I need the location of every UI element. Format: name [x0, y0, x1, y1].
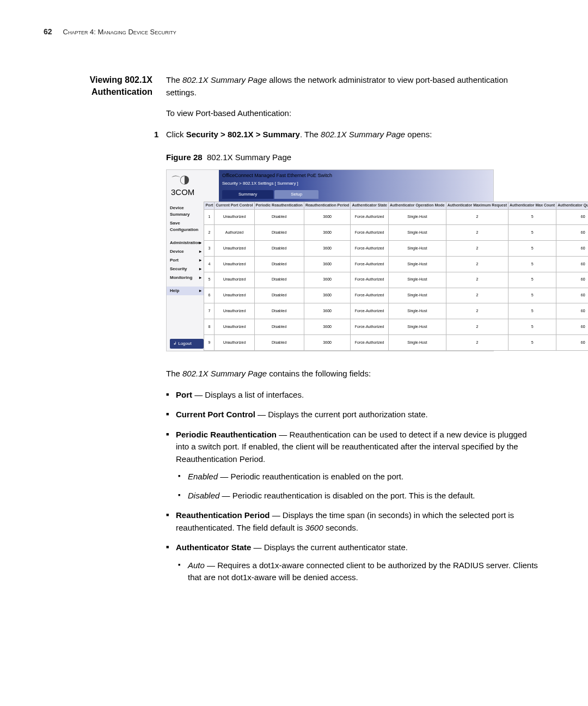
- th-port: Port: [204, 202, 215, 210]
- step-1: 1 Click Security > 802.1X > Summary. The…: [166, 129, 539, 141]
- nav-sidebar: Device Summary Save Configuration Admini…: [167, 202, 204, 351]
- tab-summary[interactable]: Summary: [222, 190, 273, 199]
- th-max-count: Authenticator Max Count: [508, 202, 556, 210]
- logo-icon: ⌒◑: [171, 173, 215, 188]
- th-max-req: Authenticator Maximum Request: [446, 202, 508, 210]
- field-auth-auto: Auto — Requires a dot1x-aware connected …: [188, 559, 539, 584]
- running-header: 62 Chapter 4: Managing Device Security: [44, 27, 539, 36]
- th-auth-state: Authenticator State: [351, 202, 389, 210]
- th-periodic: Periodic Reauthentication: [254, 202, 304, 210]
- logout-button[interactable]: ↲ Logout: [170, 339, 204, 349]
- nav-security[interactable]: Security: [167, 265, 204, 273]
- table-row: 1UnauthorizedDisabled3600Force-Authorize…: [204, 209, 588, 225]
- table-row: 2AuthorizedDisabled3600Force-AuthorizedS…: [204, 225, 588, 241]
- page-number: 62: [44, 27, 52, 36]
- figure-caption: Figure 28 802.1X Summary Page: [166, 151, 539, 164]
- chapter-title: Chapter 4: Managing Device Security: [63, 28, 176, 36]
- table-row: 6UnauthorizedDisabled3600Force-Authorize…: [204, 288, 588, 303]
- th-quiet: Authenticator Quiet / Period: [556, 202, 588, 210]
- field-current-port-control: Current Port Control — Displays the curr…: [176, 409, 539, 421]
- nav-help[interactable]: Help: [167, 287, 204, 295]
- th-cpc: Current Port Control: [215, 202, 254, 210]
- logo-3com: ⌒◑ 3COM: [167, 170, 219, 202]
- field-reauth-period: Reauthentication Period — Displays the t…: [176, 509, 539, 534]
- banner: OfficeConnect Managed Fast Ethernet PoE …: [219, 170, 493, 202]
- nav-monitoring[interactable]: Monitoring: [167, 273, 204, 282]
- field-port: Port — Displays a list of interfaces.: [176, 389, 539, 401]
- nav-device-summary[interactable]: Device Summary: [167, 204, 204, 219]
- instruction-paragraph: To view Port-based Authentication:: [166, 107, 539, 120]
- th-op-mode: Authenticator Operation Mode: [388, 202, 446, 210]
- th-reauth-period: Reauthentication Period: [304, 202, 351, 210]
- field-auth-state: Authenticator State — Displays the curre…: [176, 541, 539, 584]
- nav-device[interactable]: Device: [167, 247, 204, 256]
- nav-administration[interactable]: Administration: [167, 239, 204, 247]
- table-row: 9UnauthorizedDisabled3600Force-Authorize…: [204, 335, 588, 351]
- section-heading: Viewing 802.1X Authentication: [44, 74, 166, 592]
- table-row: 5UnauthorizedDisabled3600Force-Authorize…: [204, 272, 588, 288]
- fields-intro: The 802.1X Summary Page contains the fol…: [166, 368, 539, 380]
- nav-save-config[interactable]: Save Configuration: [167, 219, 204, 234]
- summary-table: Port Current Port Control Periodic Reaut…: [204, 202, 588, 351]
- table-row: 4UnauthorizedDisabled3600Force-Authorize…: [204, 256, 588, 272]
- field-periodic-disabled: Disabled — Periodic reauthentication is …: [188, 490, 539, 502]
- field-periodic-reauth: Periodic Reauthentication — Reauthentica…: [176, 429, 539, 502]
- intro-paragraph: The 802.1X Summary Page allows the netwo…: [166, 74, 539, 99]
- nav-port[interactable]: Port: [167, 256, 204, 265]
- table-row: 3UnauthorizedDisabled3600Force-Authorize…: [204, 241, 588, 257]
- table-row: 8UnauthorizedDisabled3600Force-Authorize…: [204, 319, 588, 335]
- screenshot-8021x-summary: ⌒◑ 3COM OfficeConnect Managed Fast Ether…: [166, 169, 494, 352]
- tab-setup[interactable]: Setup: [274, 190, 318, 199]
- field-periodic-enabled: Enabled — Periodic reauthentication is e…: [188, 471, 539, 483]
- table-row: 7UnauthorizedDisabled3600Force-Authorize…: [204, 303, 588, 319]
